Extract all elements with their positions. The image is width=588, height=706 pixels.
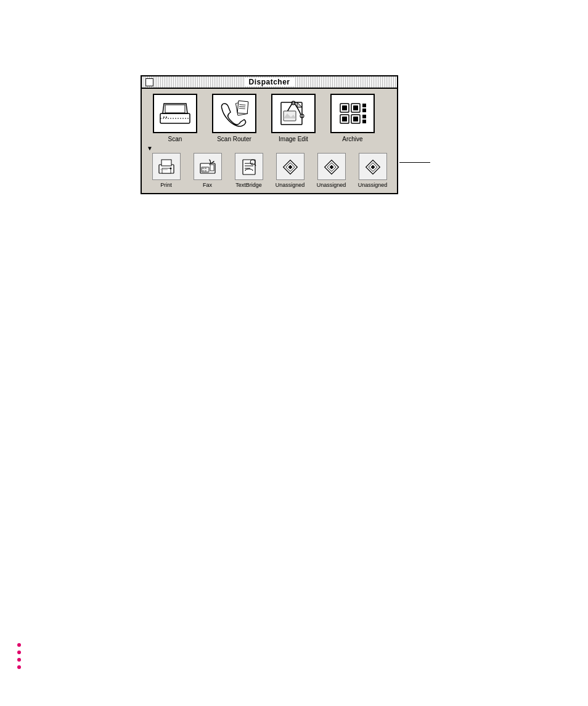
scan-router-label: Scan Router xyxy=(217,136,251,142)
svg-rect-1 xyxy=(165,105,185,113)
svg-point-47 xyxy=(289,166,292,168)
unassigned-2-button[interactable]: Unassigned xyxy=(312,153,351,188)
svg-rect-39 xyxy=(243,160,255,174)
svg-rect-20 xyxy=(353,105,358,110)
svg-rect-36 xyxy=(205,168,206,169)
print-icon xyxy=(157,157,176,176)
unassigned-1-button[interactable]: Unassigned xyxy=(271,153,309,188)
svg-rect-29 xyxy=(162,168,171,173)
dot-1 xyxy=(17,643,21,647)
unassigned-2-label: Unassigned xyxy=(317,182,346,188)
textbridge-icon-box xyxy=(235,153,263,180)
archive-icon-box xyxy=(330,94,375,133)
svg-rect-23 xyxy=(362,104,366,107)
svg-rect-19 xyxy=(342,105,347,110)
scan-icon xyxy=(158,99,192,128)
svg-rect-21 xyxy=(342,117,347,121)
scan-router-icon-box xyxy=(212,94,256,133)
image-edit-icon-box xyxy=(271,94,316,133)
window-title: Dispatcher xyxy=(245,78,293,86)
unassigned-2-icon xyxy=(322,157,341,176)
unassigned-3-button[interactable]: Unassigned xyxy=(353,153,392,188)
dot-2 xyxy=(17,651,21,654)
expand-arrow[interactable]: ▼ xyxy=(147,145,153,152)
print-button[interactable]: Print xyxy=(147,153,186,188)
scan-label: Scan xyxy=(168,136,182,142)
unassigned-2-icon-box xyxy=(317,153,346,180)
unassigned-3-label: Unassigned xyxy=(358,182,388,188)
image-edit-button[interactable]: Image Edit xyxy=(265,94,322,142)
svg-point-53 xyxy=(372,166,374,168)
archive-button[interactable]: Archive xyxy=(324,94,381,142)
image-edit-icon xyxy=(276,99,311,128)
svg-point-13 xyxy=(293,102,295,104)
textbridge-label: TextBridge xyxy=(235,182,262,188)
textbridge-button[interactable]: TextBridge xyxy=(229,153,268,188)
divider-area: ▼ xyxy=(147,145,392,152)
svg-point-4 xyxy=(166,117,167,118)
svg-rect-35 xyxy=(202,168,204,169)
scan-router-button[interactable]: Scan Router xyxy=(206,94,263,142)
archive-icon xyxy=(335,99,370,128)
svg-rect-37 xyxy=(202,170,204,171)
svg-rect-22 xyxy=(353,117,358,121)
unassigned-1-icon-box xyxy=(276,153,304,180)
svg-point-3 xyxy=(163,117,165,118)
unassigned-3-icon-box xyxy=(359,153,387,180)
unassigned-3-icon xyxy=(363,157,383,176)
svg-rect-38 xyxy=(205,170,206,171)
svg-point-50 xyxy=(330,166,333,168)
textbridge-icon xyxy=(239,157,259,176)
page-container: Dispatcher xyxy=(0,0,588,706)
scan-router-icon xyxy=(217,99,251,128)
unassigned-1-icon xyxy=(280,157,300,176)
image-edit-label: Image Edit xyxy=(279,136,308,142)
svg-rect-25 xyxy=(362,115,366,118)
svg-point-30 xyxy=(169,168,171,170)
svg-rect-28 xyxy=(161,160,171,166)
window-titlebar: Dispatcher xyxy=(142,76,397,89)
fax-icon xyxy=(198,157,218,176)
window-content: Scan xyxy=(142,89,397,193)
scan-icon-box xyxy=(153,94,197,133)
svg-rect-24 xyxy=(362,109,366,112)
print-label: Print xyxy=(160,182,172,188)
arrow-line xyxy=(399,162,430,163)
svg-rect-6 xyxy=(237,101,248,113)
fax-label: Fax xyxy=(203,182,212,188)
svg-rect-34 xyxy=(210,165,214,171)
scan-button[interactable]: Scan xyxy=(147,94,203,142)
fax-button[interactable]: Fax xyxy=(188,153,227,188)
archive-label: Archive xyxy=(342,136,362,142)
print-icon-box xyxy=(152,153,181,180)
dot-4 xyxy=(17,665,21,669)
window-close-box[interactable] xyxy=(145,78,153,86)
dispatcher-window: Dispatcher xyxy=(141,75,398,194)
dot-3 xyxy=(17,658,21,662)
callout-arrow xyxy=(399,162,430,163)
svg-rect-26 xyxy=(362,120,366,123)
unassigned-1-label: Unassigned xyxy=(276,182,305,188)
dots-decoration xyxy=(17,643,21,669)
main-icon-row: Scan xyxy=(147,94,392,142)
small-icon-row: Print xyxy=(147,153,392,188)
fax-icon-box xyxy=(194,153,222,180)
